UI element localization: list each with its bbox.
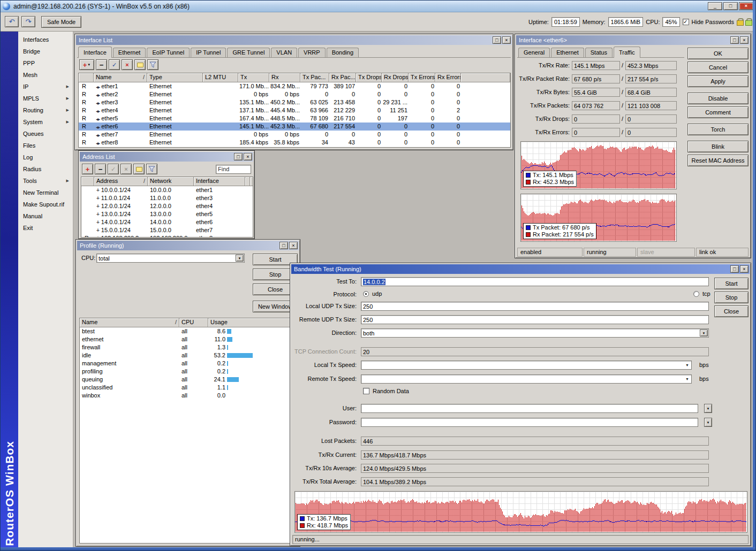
sidebar-item-queues[interactable]: Queues [18,128,73,140]
redo-button[interactable]: ↷ [21,16,35,27]
sidebar-item-log[interactable]: Log [18,151,73,163]
maximize-button[interactable]: □ [493,36,501,44]
column-header-cpu[interactable]: CPU [179,318,208,327]
sidebar-item-system[interactable]: System▶ [18,116,73,128]
tab-eoip-tunnel[interactable]: EoIP Tunnel [147,48,190,57]
sidebar-item-ip[interactable]: IP▶ [18,81,73,93]
interface-row-ether3[interactable]: R◀▶ether3Ethernet135.1 Mb...450.2 Mb...6… [79,98,510,106]
interface-row-ether1[interactable]: R◀▶ether1Ethernet171.0 Mb...834.2 Mb...7… [79,82,510,90]
test-to-input[interactable]: 14.0.0.2 [361,277,709,286]
interface-row-ether4[interactable]: R◀▶ether4Ethernet137.1 Mb...445.4 Mb...6… [79,106,510,114]
user-input[interactable] [361,404,698,413]
direction-select[interactable]: both ▼ [361,328,709,338]
column-header-flag[interactable] [79,73,94,82]
password-input[interactable] [361,418,698,427]
sidebar-item-manual[interactable]: Manual [18,210,73,222]
column-header-tx-errors[interactable]: Tx Errors [409,73,435,82]
interface-row-ether8[interactable]: R◀▶ether8Ethernet185.4 kbps35.8 kbps3443… [79,139,510,147]
maximize-button[interactable]: □ [723,2,738,10]
close-button[interactable]: × [739,2,753,10]
column-header-rx-errors[interactable]: Rx Errors [435,73,461,82]
hide-passwords-checkbox[interactable]: ✓ [683,19,689,25]
address-list-titlebar[interactable]: Address List □ × [80,152,253,162]
sidebar-item-mesh[interactable]: Mesh [18,69,73,81]
close-button[interactable]: × [244,153,252,160]
maximize-button[interactable]: □ [234,153,243,160]
button-stop[interactable]: Stop [714,292,749,303]
profile-row-profiling[interactable]: profilingall0.2 [80,368,297,376]
column-header-name[interactable]: Name/ [94,73,147,82]
chevron-down-icon[interactable]: ▼ [685,363,689,367]
tcp-radio[interactable] [693,291,699,297]
tab-traffic[interactable]: Traffic [614,47,640,58]
filter-button[interactable] [146,164,157,174]
remote-udp-size-input[interactable]: 250 [361,315,709,324]
bandwidth-test-titlebar[interactable]: Bandwidth Test (Running) □ × [291,264,750,274]
chevron-down-icon[interactable]: ▼ [236,255,244,262]
interface-row-ether5[interactable]: R◀▶ether5Ethernet167.4 Mb...448.5 Mb...7… [79,114,510,123]
enable-button[interactable]: ✓ [108,164,119,174]
profile-row-winbox[interactable]: winboxall0.0 [80,392,297,400]
udp-radio[interactable] [363,291,369,297]
column-header-network[interactable]: Network [148,177,194,186]
add-button[interactable]: + ▼ [79,59,94,70]
button-start[interactable]: Start [714,278,749,289]
cpu-select[interactable]: total ▼ [96,254,245,263]
address-row-15-0-0-1-24[interactable]: +15.0.0.1/2415.0.0.0ether7 [81,226,253,234]
comment-button[interactable] [134,59,146,70]
random-data-checkbox[interactable] [363,388,369,394]
profile-row-queuing[interactable]: queuingall24.1 [80,376,297,384]
undo-button[interactable]: ↶ [5,16,19,27]
column-header-l2-mtu[interactable]: L2 MTU [203,73,238,82]
address-row-11-0-0-1-24[interactable]: +11.0.0.1/2411.0.0.0ether3 [81,194,253,202]
tab-general[interactable]: General [518,48,550,57]
tab-gre-tunnel[interactable]: GRE Tunnel [227,48,270,57]
chevron-down-icon[interactable]: ▼ [700,330,708,336]
sidebar-item-interfaces[interactable]: Interfaces [18,34,73,45]
minimize-button[interactable]: _ [708,2,722,10]
safe-mode-button[interactable]: Safe Mode [41,16,81,28]
column-header-tx[interactable]: Tx [238,73,269,82]
tab-vrrp[interactable]: VRRP [298,48,326,57]
tab-vlan[interactable]: VLAN [271,48,297,57]
address-row-14-0-0-1-24[interactable]: +14.0.0.1/2414.0.0.0ether6 [81,218,253,226]
column-header-name[interactable]: Name/ [80,318,179,327]
enable-button[interactable]: ✓ [109,59,120,70]
profile-row-idle[interactable]: idleall53.2 [80,351,297,359]
sidebar-item-mpls[interactable]: MPLS▶ [18,93,73,104]
address-row-12-0-0-1-24[interactable]: +12.0.0.1/2412.0.0.0ether4 [81,202,253,210]
address-row-192-168-200-2[interactable]: D+192.168.200.2...192.168.200.0...ether8 [81,234,253,237]
profile-row-unclassified[interactable]: unclassifiedall1.1 [80,384,297,392]
column-picker-button[interactable]: ▼ [250,177,253,186]
tab-interface[interactable]: Interface [78,47,112,58]
column-header-rx-pac[interactable]: Rx Pac... [329,73,356,82]
button-cancel[interactable]: Cancel [687,62,749,73]
local-udp-size-input[interactable]: 250 [361,302,709,311]
button-disable[interactable]: Disable [687,93,749,104]
column-header-usage[interactable]: Usage [208,318,294,327]
column-header-address[interactable]: Address/ [94,177,148,186]
interface-list-titlebar[interactable]: Interface List □ × [76,35,512,45]
remove-button[interactable]: − [95,164,106,174]
sidebar-item-new-terminal[interactable]: New Terminal [18,187,73,198]
profile-row-firewall[interactable]: firewallall1.3 [80,343,297,351]
tab-ethernet[interactable]: Ethernet [551,48,584,57]
profile-row-management[interactable]: managementall0.2 [80,359,297,368]
column-header-rx-drops[interactable]: Rx Drops [382,73,409,82]
close-button[interactable]: × [502,36,511,44]
column-header-tx-pac[interactable]: Tx Pac... [300,73,329,82]
local-tx-speed-input[interactable]: ▼ [361,361,692,370]
find-input[interactable] [216,165,251,174]
disable-button[interactable]: × [120,164,132,174]
os-titlebar[interactable]: admin@192.168.200.216 (SYS-1) - WinBox v… [1,1,755,12]
sidebar-item-radius[interactable]: Radius [18,163,73,175]
profile-row-btest[interactable]: btestall8.6 [80,327,297,335]
tab-bonding[interactable]: Bonding [327,48,359,57]
column-header-rx[interactable]: Rx [269,73,300,82]
sidebar-item-tools[interactable]: Tools▶ [18,175,73,187]
button-blink[interactable]: Blink [687,141,749,152]
column-header-type[interactable]: Type [147,73,203,82]
button-torch[interactable]: Torch [687,124,749,135]
remove-button[interactable]: − [96,59,107,70]
interface-row-ether2[interactable]: R◀▶ether2Ethernet0 bps0 bps000000 [79,90,510,98]
